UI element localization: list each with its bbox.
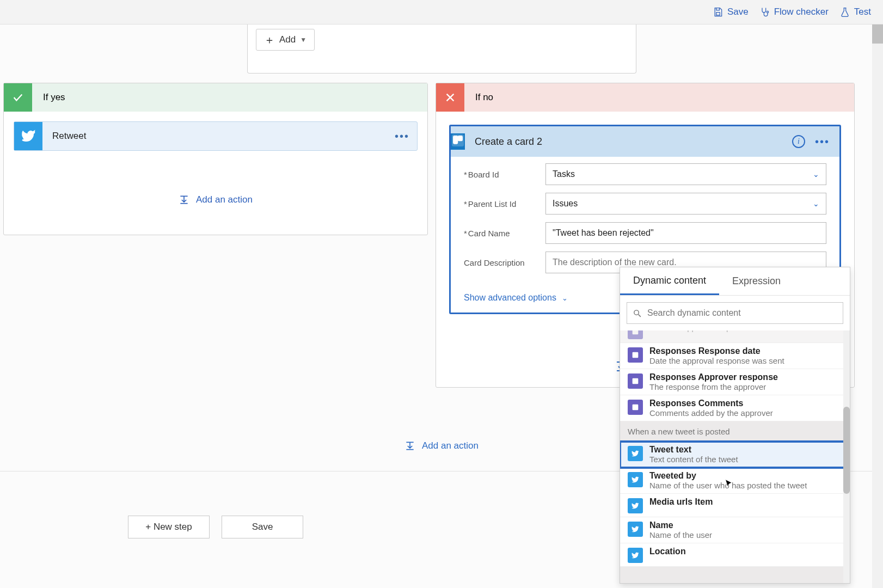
flow-checker-label: Flow checker [774, 7, 829, 17]
new-step-button[interactable]: + New step [128, 516, 210, 538]
more-menu-button[interactable]: ••• [815, 136, 830, 148]
info-icon[interactable]: i [792, 135, 805, 148]
svg-rect-21 [633, 405, 639, 411]
if-no-header[interactable]: If no [436, 83, 854, 112]
scrollbar-thumb[interactable] [872, 24, 883, 44]
add-action-label: Add an action [196, 194, 253, 205]
card-name-input[interactable]: "Tweet has been rejected" [545, 222, 826, 244]
svg-rect-0 [716, 13, 720, 15]
board-id-select[interactable]: Tasks ⌄ [545, 163, 826, 185]
parent-list-select[interactable]: Issues ⌄ [545, 193, 826, 215]
retweet-title: Retweet [52, 131, 86, 142]
add-action-label: Add an action [422, 440, 479, 451]
save-button[interactable]: Save [713, 7, 749, 17]
footer-buttons: + New step Save [128, 516, 303, 538]
add-label: Add [279, 34, 296, 45]
create-card-title: Create a card 2 [475, 136, 782, 148]
stethoscope-icon [759, 7, 770, 17]
condition-card: ＋ Add ▼ [247, 24, 636, 74]
popover-scroll: Date the approval request was sent Respo… [620, 330, 850, 583]
beaker-icon [839, 7, 850, 17]
test-label: Test [854, 7, 871, 17]
retweet-action-card[interactable]: Retweet ••• [14, 121, 418, 151]
flow-checker-button[interactable]: Flow checker [759, 7, 829, 17]
dynamic-item[interactable]: Name Name of the user [620, 517, 850, 543]
search-icon [633, 309, 642, 318]
popover-scrollbar[interactable] [843, 330, 850, 583]
top-toolbar: Save Flow checker Test [0, 0, 883, 24]
if-yes-label: If yes [43, 92, 65, 103]
popover-scrollbar-thumb[interactable] [843, 407, 850, 494]
chevron-down-icon: ⌄ [562, 294, 568, 302]
add-action-yes[interactable]: Add an action [4, 194, 427, 205]
dynamic-item[interactable]: Responses Approver response The response… [620, 369, 850, 395]
card-description-label: Card Description [464, 258, 545, 267]
approvals-icon [628, 373, 643, 389]
flow-canvas: ＋ Add ▼ If yes Retweet ••• Add an ac [0, 24, 883, 588]
card-description-field[interactable] [553, 258, 819, 267]
search-input[interactable] [647, 308, 837, 318]
plus-icon: ＋ [264, 33, 275, 47]
chevron-down-icon: ⌄ [813, 170, 819, 179]
approvals-icon [628, 330, 643, 339]
close-icon [436, 83, 464, 112]
twitter-icon [14, 122, 42, 150]
if-no-label: If no [475, 92, 493, 103]
chevron-down-icon: ⌄ [813, 199, 819, 208]
card-name-value: "Tweet has been rejected" [553, 228, 654, 238]
save-icon [713, 7, 723, 17]
insert-step-icon [179, 194, 189, 205]
board-id-value: Tasks [553, 169, 575, 179]
more-menu-button[interactable]: ••• [395, 130, 417, 143]
vertical-scrollbar[interactable] [872, 24, 883, 588]
twitter-icon [628, 446, 643, 461]
dynamic-item[interactable]: Tweeted by Name of the user who has post… [620, 468, 850, 494]
card-name-label: *Card Name [464, 229, 545, 238]
dynamic-item[interactable]: Location [620, 543, 850, 567]
twitter-icon [628, 548, 643, 563]
dynamic-item[interactable]: Media urls Item [620, 494, 850, 517]
board-id-label: *Board Id [464, 170, 545, 179]
create-card-header[interactable]: Create a card 2 i ••• [451, 126, 839, 157]
trello-icon [451, 133, 465, 150]
twitter-icon [628, 522, 643, 537]
if-yes-header[interactable]: If yes [4, 83, 427, 112]
svg-rect-19 [633, 352, 639, 358]
approvals-icon [628, 400, 643, 415]
save-label: Save [727, 7, 749, 17]
chevron-down-icon: ▼ [300, 36, 306, 44]
dynamic-item-tweet-text[interactable]: Tweet text Text content of the tweet [620, 442, 850, 468]
approvals-icon [628, 347, 643, 363]
test-button[interactable]: Test [839, 7, 871, 17]
if-yes-branch: If yes Retweet ••• Add an action [3, 83, 428, 235]
parent-list-value: Issues [553, 199, 578, 209]
tab-dynamic-content[interactable]: Dynamic content [620, 267, 719, 295]
svg-rect-8 [453, 136, 457, 143]
dynamic-content-popover: Dynamic content Expression Date the appr… [620, 267, 850, 584]
svg-point-16 [634, 310, 639, 315]
dynamic-content-search[interactable] [627, 302, 843, 324]
svg-point-1 [767, 11, 768, 13]
check-icon [4, 83, 32, 112]
dynamic-group-header: When a new tweet is posted [620, 421, 850, 442]
popover-tabs: Dynamic content Expression [620, 267, 850, 296]
advanced-label: Show advanced options [464, 293, 556, 303]
add-condition-button[interactable]: ＋ Add ▼ [256, 29, 315, 51]
dynamic-item[interactable]: Responses Comments Comments added by the… [620, 395, 850, 421]
svg-line-17 [639, 314, 641, 316]
dynamic-item[interactable]: Responses Response date Date the approva… [620, 343, 850, 369]
twitter-icon [628, 472, 643, 487]
add-action-bottom[interactable]: Add an action [404, 440, 479, 451]
dynamic-item-partial[interactable]: Date the approval request was sent [620, 330, 850, 343]
save-flow-button[interactable]: Save [222, 516, 303, 538]
svg-rect-18 [633, 330, 639, 334]
svg-rect-20 [633, 378, 639, 384]
parent-list-label: *Parent List Id [464, 199, 545, 209]
twitter-icon [628, 498, 643, 513]
svg-rect-9 [458, 136, 462, 140]
create-card-form: *Board Id Tasks ⌄ *Parent List Id Issues… [451, 157, 839, 285]
insert-step-icon [404, 440, 415, 451]
tab-expression[interactable]: Expression [719, 267, 794, 295]
